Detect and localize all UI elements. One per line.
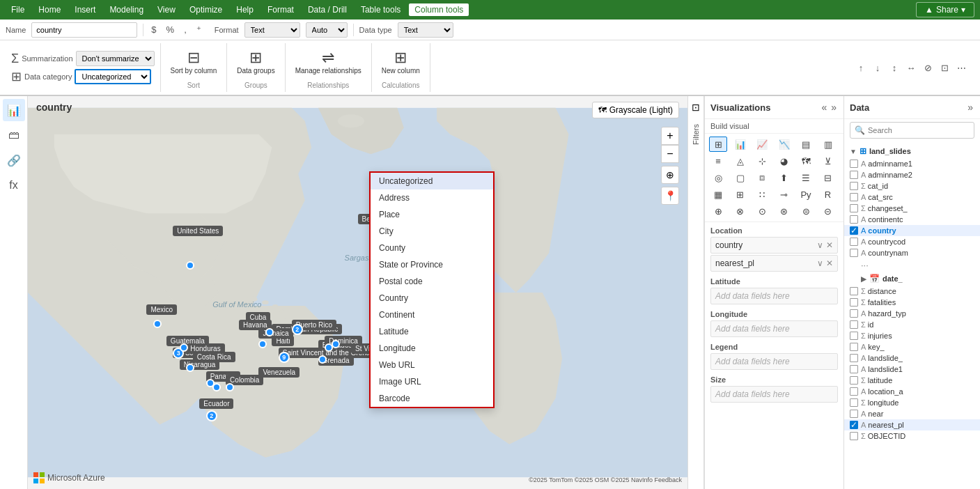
field-country[interactable]: ✓ A country: [844, 225, 980, 236]
viz-icon-kpi[interactable]: ⬆: [775, 170, 793, 185]
search-input[interactable]: [868, 126, 970, 134]
viz-icon-card[interactable]: ▢: [731, 170, 749, 185]
location-item-2-chevron[interactable]: ∨: [817, 258, 823, 268]
map-pin-btn[interactable]: 📍: [661, 187, 679, 205]
new-column-btn[interactable]: ⊞ New column: [379, 46, 423, 78]
dropdown-item-longitude[interactable]: Longitude: [371, 340, 493, 357]
field-objectid[interactable]: Σ OBJECTID: [844, 430, 980, 442]
toolbar-icon-6[interactable]: ⊡: [937, 60, 952, 75]
viz-icon-ai2[interactable]: ⊗: [731, 203, 749, 219]
data-type-select[interactable]: Text: [398, 22, 453, 38]
cb-country[interactable]: ✓: [850, 226, 858, 235]
field-fatalities[interactable]: Σ fatalities: [844, 297, 980, 308]
auto-select[interactable]: Auto: [306, 22, 348, 38]
dropdown-item-weburl[interactable]: Web URL: [371, 357, 493, 373]
field-cat-src[interactable]: A cat_src: [844, 192, 980, 203]
summarization-select[interactable]: Don't summarize: [76, 51, 155, 66]
cb-latitude[interactable]: [850, 376, 858, 385]
cb-longitude[interactable]: [850, 398, 858, 407]
dropdown-item-imageurl[interactable]: Image URL: [371, 373, 493, 390]
format-currency-icon[interactable]: $: [149, 23, 158, 36]
dropdown-item-county[interactable]: County: [371, 240, 493, 256]
viz-icon-bar[interactable]: 📊: [731, 137, 749, 152]
cb-landslide[interactable]: [850, 354, 858, 362]
left-sidebar-model[interactable]: 🔗: [3, 149, 25, 171]
field-key[interactable]: A key_: [844, 341, 980, 352]
field-cat-id[interactable]: Σ cat_id: [844, 180, 980, 192]
dropdown-item-continent[interactable]: Continent: [371, 306, 493, 323]
viz-icon-ai4[interactable]: ⊛: [775, 203, 793, 219]
field-adminname1[interactable]: A adminname1: [844, 158, 980, 169]
left-sidebar-report[interactable]: 📊: [3, 99, 25, 121]
left-sidebar-dax[interactable]: fx: [3, 174, 25, 196]
cb-id[interactable]: [850, 320, 858, 329]
menu-format[interactable]: Format: [262, 3, 300, 16]
legend-empty[interactable]: Add data fields here: [710, 353, 838, 370]
longitude-empty[interactable]: Add data fields here: [710, 320, 838, 337]
size-empty[interactable]: Add data fields here: [710, 386, 838, 403]
toolbar-icon-1[interactable]: ↑: [853, 60, 869, 75]
dropdown-item-city[interactable]: City: [371, 223, 493, 240]
cb-cat-id[interactable]: [850, 182, 858, 190]
viz-icon-funnel[interactable]: ⊻: [819, 153, 837, 169]
viz-icon-matrix[interactable]: ⊟: [819, 170, 837, 185]
viz-icon-treemap[interactable]: ▦: [709, 187, 727, 202]
format-decimal-inc-icon[interactable]: ⁺: [194, 23, 203, 36]
field-changeset[interactable]: Σ changeset_: [844, 203, 980, 214]
toolbar-icon-2[interactable]: ↓: [870, 60, 885, 75]
cb-cat-src[interactable]: [850, 193, 858, 201]
cb-objectid[interactable]: [850, 432, 858, 440]
field-countrycod[interactable]: A countrycod: [844, 236, 980, 247]
viz-icon-pie[interactable]: ◕: [775, 153, 793, 169]
cb-changeset[interactable]: [850, 204, 858, 212]
menu-table-tools[interactable]: Table tools: [355, 3, 406, 16]
viz-icon-table[interactable]: ⊞: [709, 137, 727, 152]
viz-icon-hbar[interactable]: ≡: [709, 153, 727, 169]
cb-continentc[interactable]: [850, 215, 858, 224]
viz-icon-scatter2[interactable]: ∷: [753, 187, 771, 202]
latitude-empty[interactable]: Add data fields here: [710, 288, 838, 304]
field-longitude[interactable]: Σ longitude: [844, 397, 980, 408]
menu-column-tools[interactable]: Column tools: [409, 3, 469, 16]
viz-icon-ai5[interactable]: ⊜: [797, 203, 815, 219]
data-category-select[interactable]: Uncategorized: [75, 69, 151, 84]
name-input[interactable]: [31, 22, 137, 38]
dataset-group-header[interactable]: ▼ ⊞ land_slides: [844, 144, 980, 158]
viz-icon-line[interactable]: 📈: [753, 137, 771, 152]
ellipsis-more[interactable]: ···: [844, 258, 980, 272]
data-panel-expand[interactable]: »: [966, 100, 974, 114]
location-btn[interactable]: ⊕: [661, 166, 679, 184]
cb-countrynam[interactable]: [850, 249, 858, 257]
viz-icon-map[interactable]: 🗺: [797, 153, 815, 169]
viz-icon-r[interactable]: R: [819, 187, 837, 202]
viz-icon-multi-card[interactable]: ⧈: [753, 170, 771, 185]
viz-icon-slicer[interactable]: ☰: [797, 170, 815, 185]
location-item-2[interactable]: nearest_pl ∨ ✕: [710, 255, 838, 272]
cb-location-a[interactable]: [850, 387, 858, 396]
format-select[interactable]: Text: [244, 22, 300, 38]
cb-hazard-typ[interactable]: [850, 309, 858, 318]
toolbar-icon-5[interactable]: ⊘: [920, 60, 935, 75]
dropdown-item-place[interactable]: Place: [371, 206, 493, 223]
viz-icon-gauge[interactable]: ◎: [709, 170, 727, 185]
menu-home[interactable]: Home: [33, 3, 66, 16]
date-group-header[interactable]: ▶ 📅 date_: [844, 272, 980, 286]
menu-data-drill[interactable]: Data / Drill: [302, 3, 352, 16]
viz-icon-ai6[interactable]: ⊝: [819, 203, 837, 219]
cb-key[interactable]: [850, 343, 858, 351]
manage-relationships-btn[interactable]: ⇌ Manage relationships: [293, 46, 364, 78]
viz-icon-word[interactable]: Py: [797, 187, 815, 202]
menu-modeling[interactable]: Modeling: [104, 3, 149, 16]
field-landslide[interactable]: A landslide_: [844, 352, 980, 364]
dropdown-item-barcode[interactable]: Barcode: [371, 390, 493, 407]
cb-fatalities[interactable]: [850, 298, 858, 306]
dropdown-item-address[interactable]: Address: [371, 189, 493, 206]
dropdown-item-uncategorized[interactable]: Uncategorized: [371, 173, 493, 189]
cb-near[interactable]: [850, 410, 858, 418]
menu-insert[interactable]: Insert: [69, 3, 101, 16]
toolbar-icon-7[interactable]: ⋯: [954, 60, 969, 75]
dropdown-item-postal[interactable]: Postal code: [371, 273, 493, 290]
viz-icon-waterfall[interactable]: ⊞: [731, 187, 749, 202]
viz-panel-collapse[interactable]: «: [820, 100, 828, 114]
field-distance[interactable]: Σ distance: [844, 286, 980, 297]
